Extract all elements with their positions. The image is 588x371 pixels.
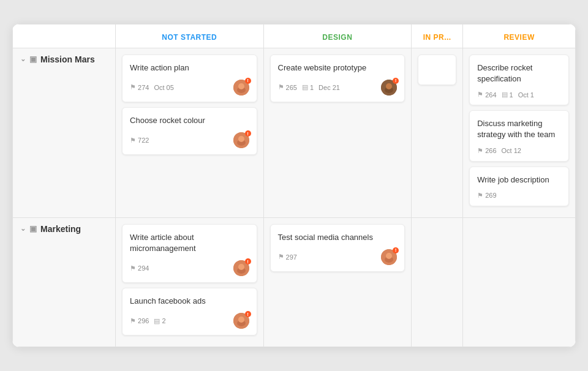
flag-icon: ⚑ <box>130 264 136 272</box>
kanban-board: NOT STARTED DESIGN IN PR... REVIEW ⌄ ▣ M… <box>12 24 576 348</box>
group-row: ⌄ ▣ Mission Mars Write action plan⚑ 274O… <box>13 48 576 217</box>
exclamation-badge: ! <box>245 78 251 84</box>
subtask-icon: ▤ <box>502 91 508 99</box>
subtasks: ▤ 1 <box>502 91 513 99</box>
header-row: NOT STARTED DESIGN IN PR... REVIEW <box>13 24 576 48</box>
card-title: Launch facebook ads <box>130 296 249 307</box>
card-meta: ⚑ 266Oct 12 <box>477 147 561 155</box>
svg-point-8 <box>386 83 392 89</box>
avatar-wrap: ! <box>381 80 397 96</box>
flag-icon: ⚑ <box>130 83 136 91</box>
flag-icon: ⚑ <box>130 137 136 144</box>
task-card[interactable]: Discuss marketing strategy with the team… <box>469 110 569 161</box>
card-id: ⚑ 297 <box>278 253 297 261</box>
avatar-wrap: ! <box>233 80 249 96</box>
review-cell <box>463 217 576 347</box>
card-meta: ⚑ 274Oct 05 ! <box>130 80 249 96</box>
group-name: Marketing <box>40 224 81 234</box>
subtask-icon: ▤ <box>302 83 308 91</box>
card-title: Write action plan <box>130 62 249 73</box>
card-meta: ⚑ 297 ! <box>278 249 398 265</box>
card-meta: ⚑ 296▤ 2 ! <box>130 313 249 329</box>
group-row: ⌄ ▣ Marketing Write article about microm… <box>13 217 576 347</box>
not-started-cell: Write action plan⚑ 274Oct 05 !Choose roc… <box>116 48 264 217</box>
task-card[interactable]: Test social media channels⚑ 297 ! <box>270 224 405 272</box>
svg-point-11 <box>238 264 244 270</box>
empty-card <box>418 54 456 85</box>
chevron-icon: ⌄ <box>20 55 26 63</box>
flag-icon: ⚑ <box>130 317 136 325</box>
card-title: Describe rocket specification <box>477 62 561 84</box>
board-table: NOT STARTED DESIGN IN PR... REVIEW ⌄ ▣ M… <box>12 24 576 348</box>
card-id: ⚑ 269 <box>477 192 496 200</box>
group-label[interactable]: ⌄ ▣ Mission Mars <box>20 54 108 64</box>
th-design: DESIGN <box>263 24 412 48</box>
design-cell: Create website prototype⚑ 265▤ 1Dec 21 ! <box>263 48 412 217</box>
avatar-wrap: ! <box>233 132 249 148</box>
avatar-wrap: ! <box>233 260 249 276</box>
svg-point-2 <box>238 83 244 89</box>
card-id: ⚑ 264 <box>477 91 496 99</box>
card-title: Create website prototype <box>278 62 398 73</box>
flag-icon: ⚑ <box>278 83 284 91</box>
card-meta: ⚑ 269 <box>477 192 561 200</box>
not-started-cell: Write article about micromanagement⚑ 294… <box>116 217 264 347</box>
group-cell: ⌄ ▣ Mission Mars <box>13 48 116 217</box>
card-title: Write article about micromanagement <box>130 232 249 254</box>
group-cell: ⌄ ▣ Marketing <box>13 217 116 347</box>
th-not-started: NOT STARTED <box>116 24 264 48</box>
design-cell: Test social media channels⚑ 297 ! <box>263 217 412 347</box>
avatar-wrap: ! <box>233 313 249 329</box>
card-id: ⚑ 294 <box>130 264 149 272</box>
subtask-icon: ▤ <box>154 317 160 325</box>
in-progress-cell <box>412 217 463 347</box>
card-meta: ⚑ 722 ! <box>130 132 249 148</box>
in-progress-cell <box>412 48 463 217</box>
card-id: ⚑ 722 <box>130 137 149 144</box>
card-id: ⚑ 266 <box>477 147 496 155</box>
group-name: Mission Mars <box>40 54 95 64</box>
card-id: ⚑ 265 <box>278 83 297 91</box>
svg-point-14 <box>238 317 244 323</box>
card-date: Dec 21 <box>318 84 340 91</box>
task-card[interactable]: Describe rocket specification⚑ 264▤ 1Oct… <box>469 54 569 105</box>
card-title: Choose rocket colour <box>130 115 249 126</box>
group-icon: ▣ <box>29 54 37 64</box>
task-card[interactable]: Create website prototype⚑ 265▤ 1Dec 21 ! <box>270 54 405 102</box>
group-icon: ▣ <box>29 224 37 233</box>
card-date: Oct 12 <box>502 147 521 154</box>
task-card[interactable]: Choose rocket colour⚑ 722 ! <box>122 107 257 155</box>
card-id: ⚑ 296 <box>130 317 149 325</box>
th-group <box>13 24 116 48</box>
chevron-icon: ⌄ <box>20 225 26 233</box>
exclamation-badge: ! <box>245 258 251 264</box>
subtasks: ▤ 1 <box>302 83 314 91</box>
task-card[interactable]: Write article about micromanagement⚑ 294… <box>122 224 257 283</box>
th-in-progress: IN PR... <box>412 24 463 48</box>
flag-icon: ⚑ <box>477 192 483 200</box>
exclamation-badge: ! <box>245 130 251 137</box>
svg-point-17 <box>386 253 392 259</box>
card-date: Oct 05 <box>154 84 173 91</box>
exclamation-badge: ! <box>393 247 399 253</box>
card-date: Oct 1 <box>518 91 534 99</box>
task-card[interactable]: Write job description⚑ 269 <box>469 167 569 206</box>
task-card[interactable]: Launch facebook ads⚑ 296▤ 2 ! <box>122 288 257 335</box>
card-title: Write job description <box>477 174 561 186</box>
subtasks: ▤ 2 <box>154 317 165 325</box>
exclamation-badge: ! <box>245 311 251 317</box>
flag-icon: ⚑ <box>477 147 483 155</box>
exclamation-badge: ! <box>393 78 399 84</box>
card-meta: ⚑ 294 ! <box>130 260 249 276</box>
flag-icon: ⚑ <box>477 91 483 99</box>
svg-point-5 <box>238 136 244 142</box>
th-review: REVIEW <box>463 24 576 48</box>
task-card[interactable]: Write action plan⚑ 274Oct 05 ! <box>122 54 257 102</box>
card-meta: ⚑ 264▤ 1Oct 1 <box>477 91 561 99</box>
card-title: Test social media channels <box>278 232 398 243</box>
card-meta: ⚑ 265▤ 1Dec 21 ! <box>278 80 398 96</box>
group-label[interactable]: ⌄ ▣ Marketing <box>20 224 108 234</box>
card-title: Discuss marketing strategy with the team <box>477 118 561 140</box>
card-id: ⚑ 274 <box>130 83 149 91</box>
review-cell: Describe rocket specification⚑ 264▤ 1Oct… <box>463 48 576 217</box>
